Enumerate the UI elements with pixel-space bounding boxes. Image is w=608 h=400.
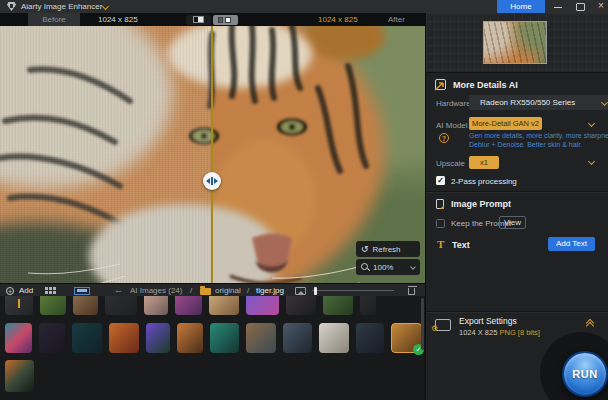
text-icon: T [437, 239, 444, 250]
magnifier-icon [361, 263, 369, 271]
breadcrumb-file: tiger.jpg [256, 284, 284, 297]
divider [426, 311, 608, 312]
refresh-label: Refresh [373, 245, 401, 254]
app-menu-chevron-icon[interactable] [102, 3, 109, 10]
thumbnail-parrot-woman[interactable] [5, 323, 32, 353]
hardware-value: Radeon RX550/550 Series [480, 98, 575, 107]
view-mode-toggle-group [186, 15, 238, 25]
thumbnail-tan-monkey[interactable] [209, 296, 239, 315]
model-description-line1: Gen more details, more clarity, more sha… [469, 132, 608, 139]
thumbnail-old-man[interactable] [177, 323, 203, 353]
image-prompt-header: Image Prompt [436, 199, 511, 209]
home-button[interactable]: Home [497, 0, 545, 13]
chevron-down-icon [410, 264, 416, 270]
before-size-label: 1024 x 825 [98, 13, 138, 26]
thumbnail-toucan[interactable] [5, 360, 34, 392]
back-arrow-button[interactable]: ← [114, 284, 123, 297]
after-tab[interactable]: After [388, 13, 405, 26]
thumbnail-dark-eagle[interactable] [286, 296, 316, 315]
add-text-button[interactable]: Add Text [548, 237, 595, 251]
hardware-select[interactable]: Radeon RX550/550 Series [469, 95, 608, 110]
thumbnail-green-frog-2[interactable] [323, 296, 353, 315]
refresh-button[interactable]: ↺ Refresh [356, 241, 420, 257]
thumbnail-brown-arch[interactable] [73, 296, 98, 315]
thumbnail-size-icon [295, 287, 306, 295]
image-viewer: ↺ Refresh 100% [0, 26, 425, 283]
thumbnail-orange-room[interactable] [109, 323, 139, 353]
add-button[interactable]: Add [19, 284, 33, 297]
ai-model-select[interactable]: More-Detail GAN v2 [469, 117, 542, 130]
arrow-right-icon [214, 178, 218, 184]
thumbnail-teal-panel[interactable] [72, 323, 102, 353]
before-tab[interactable]: Before [28, 13, 80, 26]
more-details-ai-header: More Details AI [435, 79, 518, 90]
thumbnail-framed-photo[interactable] [319, 323, 349, 353]
thumbnail-row [5, 296, 425, 315]
run-button[interactable]: RUN [562, 351, 608, 397]
close-button[interactable]: × [593, 0, 608, 13]
breadcrumb-separator: / [190, 284, 192, 297]
view-prompt-button[interactable]: View [499, 216, 526, 229]
upscale-label: Upscale [436, 159, 465, 168]
slider-handle[interactable] [314, 287, 317, 295]
thumbnail-dark-marked[interactable] [5, 296, 33, 315]
thumbnail-scrollbar[interactable] [421, 298, 424, 350]
breadcrumb-folder[interactable]: original [215, 284, 241, 297]
chevron-down-icon [601, 99, 608, 106]
thumbnail-dark-mountain[interactable] [283, 323, 312, 353]
export-expand-button[interactable] [587, 320, 593, 326]
app-title: Aiarty Image Enhancer [21, 2, 102, 11]
thumbnail-dark-partial[interactable] [360, 296, 376, 315]
zoom-control[interactable]: 100% [356, 259, 420, 275]
thumbnail-tiger-selected[interactable]: ✓ [391, 323, 422, 353]
side-by-side-view-toggle[interactable] [213, 15, 238, 25]
image-thumbnail-preview[interactable] [483, 21, 547, 64]
trash-icon[interactable] [408, 288, 415, 295]
side-by-side-icon-right [225, 17, 231, 23]
export-size: 1024 X 825 [459, 328, 497, 337]
grid-view-button[interactable] [45, 287, 56, 294]
arrow-left-icon [206, 178, 210, 184]
two-pass-checkbox[interactable]: ✓ [436, 176, 445, 185]
thumbnail-teal-moth[interactable] [210, 323, 239, 353]
compare-bar: Before 1024 x 825 1024 x 825 After [0, 13, 425, 26]
thumbnail-jellyfish[interactable] [146, 323, 170, 353]
upscale-select[interactable]: x1 [469, 156, 499, 169]
folder-icon [200, 288, 211, 295]
thumbnail-row [5, 360, 425, 392]
breadcrumb-root[interactable]: AI Images (24) [130, 284, 182, 297]
thumbnail-purple-coral[interactable] [246, 296, 279, 315]
refresh-icon: ↺ [361, 245, 369, 254]
thumbnail-dark-scene[interactable] [105, 296, 137, 315]
app-logo-icon [7, 2, 16, 11]
preview-area [426, 13, 608, 73]
maximize-button[interactable] [572, 0, 588, 13]
thumbnail-icon-grid[interactable] [39, 323, 65, 353]
thumbnail-skydiver[interactable] [356, 323, 384, 353]
export-settings-title: Export Settings [459, 316, 517, 326]
document-icon [436, 199, 444, 209]
warning-mark-icon [18, 299, 21, 308]
ai-model-label: AI Model [436, 121, 468, 130]
side-by-side-icon [218, 17, 223, 23]
app-window: Aiarty Image Enhancer Home × Before 1024… [0, 0, 608, 400]
enhance-icon [435, 79, 446, 90]
thumbnail-purple-flowers[interactable] [175, 296, 202, 315]
thumbnail-green-frog[interactable] [40, 296, 66, 315]
gear-icon: ⚙ [431, 325, 438, 333]
thumbnail-row: ✓ [5, 323, 425, 353]
compare-split-line [211, 26, 213, 283]
breadcrumb-separator: / [247, 284, 249, 297]
thumbnail-woman-portrait[interactable] [144, 296, 168, 315]
split-view-toggle[interactable] [186, 15, 211, 25]
compare-split-handle[interactable] [203, 172, 221, 190]
keep-prompt-checkbox[interactable] [436, 219, 445, 228]
filmstrip-view-button[interactable] [74, 287, 90, 295]
thumbnail-size-slider[interactable] [312, 290, 394, 291]
minimize-button[interactable] [550, 0, 566, 13]
upscale-chevron-icon[interactable] [588, 158, 595, 165]
thumbnail-mountain-house[interactable] [246, 323, 276, 353]
export-format: PNG [499, 328, 515, 337]
help-icon[interactable]: ? [439, 133, 449, 143]
ai-model-chevron-icon[interactable] [588, 120, 595, 127]
